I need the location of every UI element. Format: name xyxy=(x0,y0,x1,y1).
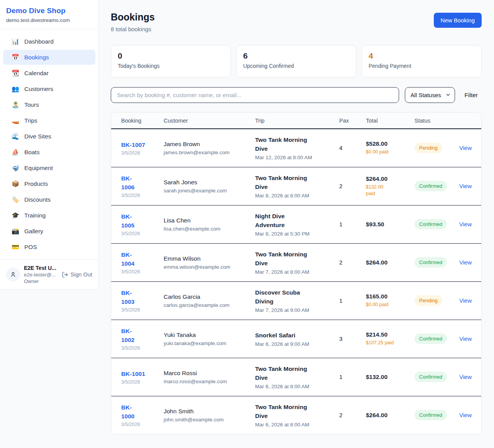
sidebar-item-discounts[interactable]: 🏷️Discounts xyxy=(3,192,95,207)
action-cell: View xyxy=(455,320,481,358)
trip-cell: Two Tank Morning DiveMar 8, 2026 at 8:00… xyxy=(250,167,335,205)
sidebar-item-products[interactable]: 📦Products xyxy=(3,176,95,191)
sidebar-item-label: Dashboard xyxy=(24,38,54,45)
trip-datetime: Mar 7, 2026 at 8:00 AM xyxy=(255,269,330,275)
diving-mask-icon: 🤿 xyxy=(12,164,19,172)
page-subtitle: 8 total bookings xyxy=(111,26,155,32)
paid-amount: $107.25 paid xyxy=(366,340,405,346)
brand-name: Demo Dive Shop xyxy=(6,7,92,15)
search-input[interactable] xyxy=(111,87,399,103)
table-row: BK-10053/5/2026Lisa Chenlisa.chen@exampl… xyxy=(111,205,481,243)
customer-name: Carlos Garcia xyxy=(164,293,246,300)
booking-id-link[interactable]: BK-1006 xyxy=(121,174,137,192)
sailboat-icon: ⛵ xyxy=(12,148,19,156)
sidebar-item-pos[interactable]: 💳POS xyxy=(3,239,95,254)
view-link[interactable]: View xyxy=(459,221,472,227)
sidebar-item-bookings[interactable]: 📅Bookings xyxy=(3,50,95,65)
trip-datetime: Mar 12, 2026 at 8:00 AM xyxy=(255,155,330,160)
view-link[interactable]: View xyxy=(459,183,472,189)
action-cell: View xyxy=(455,243,481,281)
trip-cell: Snorkel SafariMar 6, 2026 at 9:00 AM xyxy=(250,320,335,358)
customer-email: marco.rossi@example.com xyxy=(164,379,246,384)
sidebar-item-trips[interactable]: 🚤Trips xyxy=(3,113,95,128)
booking-id-link[interactable]: BK-1000 xyxy=(121,403,137,421)
status-cell: Pending xyxy=(410,129,455,167)
user-name: E2E Test U... xyxy=(24,265,58,271)
booking-date: 3/5/2026 xyxy=(121,379,154,385)
status-badge: Confirmed xyxy=(414,181,447,191)
sidebar-item-training[interactable]: 🎓Training xyxy=(3,208,95,223)
sidebar-item-label: Training xyxy=(24,212,46,219)
trip-name: Two Tank Morning Dive xyxy=(255,173,314,191)
sidebar-item-dive-sites[interactable]: 🌊Dive Sites xyxy=(3,129,95,144)
view-link[interactable]: View xyxy=(459,259,472,266)
sidebar-item-customers[interactable]: 👥Customers xyxy=(3,81,95,96)
graduation-cap-icon: 🎓 xyxy=(12,212,19,219)
sign-out-button[interactable]: Sign Out xyxy=(62,271,92,278)
status-badge: Confirmed xyxy=(414,257,447,268)
customer-cell: Yuki Tanakayuki.tanaka@example.com xyxy=(159,320,250,358)
column-header: Booking xyxy=(111,113,159,129)
customer-name: Lisa Chen xyxy=(164,217,246,224)
view-link[interactable]: View xyxy=(459,412,472,418)
total-cell: $165.00$0.00 paid xyxy=(361,281,410,320)
table-row: BK-10073/5/2026James Brownjames.brown@ex… xyxy=(111,129,481,167)
paid-amount: $132.00 paid xyxy=(366,184,390,197)
new-booking-button[interactable]: New Booking xyxy=(434,13,482,28)
pax-cell: 2 xyxy=(335,243,361,281)
status-cell: Pending xyxy=(410,281,455,320)
sidebar-item-equipment[interactable]: 🤿Equipment xyxy=(3,160,95,175)
logout-icon xyxy=(62,271,68,278)
sidebar-item-tours[interactable]: 🏝️Tours xyxy=(3,97,95,112)
total-amount: $264.00 xyxy=(366,175,405,182)
pax-cell: 2 xyxy=(335,396,361,434)
brand-block: Demo Dive Shop demo.test.divestreams.com xyxy=(0,0,98,29)
sidebar-item-dashboard[interactable]: 📊Dashboard xyxy=(3,34,95,49)
tear-off-calendar-icon: 📆 xyxy=(12,69,19,77)
booking-cell: BK-10063/5/2026 xyxy=(111,167,159,205)
customer-name: Sarah Jones xyxy=(164,179,246,186)
trip-datetime: Mar 8, 2026 at 8:00 AM xyxy=(255,193,330,199)
customer-cell: James Brownjames.brown@example.com xyxy=(159,129,250,167)
trip-name: Two Tank Morning Dive xyxy=(255,135,314,153)
view-link[interactable]: View xyxy=(459,335,472,342)
customer-email: emma.wilson@example.com xyxy=(164,264,246,270)
booking-id-link[interactable]: BK-1005 xyxy=(121,212,137,230)
booking-cell: BK-10023/5/2026 xyxy=(111,320,159,358)
total-cell: $264.00 xyxy=(361,396,410,434)
filter-button[interactable]: Filter xyxy=(461,89,482,101)
total-cell: $528.00$0.00 paid xyxy=(361,129,410,167)
trip-cell: Two Tank Morning DiveMar 6, 2026 at 8:00… xyxy=(250,358,335,396)
booking-id-link[interactable]: BK-1007 xyxy=(121,141,145,148)
view-link[interactable]: View xyxy=(459,297,472,304)
status-select-wrap: All Statuses xyxy=(405,87,455,103)
stats-row: 0Today's Bookings6Upcoming Confirmed4Pen… xyxy=(111,45,482,77)
booking-id-link[interactable]: BK-1003 xyxy=(121,288,137,306)
total-amount: $132.00 xyxy=(366,374,405,381)
booking-date: 3/5/2026 xyxy=(121,307,154,313)
sidebar-item-calendar[interactable]: 📆Calendar xyxy=(3,66,95,81)
sidebar-item-label: POS xyxy=(24,244,37,251)
sidebar-item-boats[interactable]: ⛵Boats xyxy=(3,145,95,160)
booking-cell: BK-10033/5/2026 xyxy=(111,281,159,320)
booking-date: 3/5/2026 xyxy=(121,345,154,351)
table-header-row: BookingCustomerTripPaxTotalStatus xyxy=(111,113,481,129)
status-badge: Confirmed xyxy=(414,372,447,382)
user-role: Owner xyxy=(24,278,58,284)
status-cell: Confirmed xyxy=(410,167,455,205)
sidebar-item-gallery[interactable]: 📸Gallery xyxy=(3,224,95,239)
booking-cell: BK-10053/5/2026 xyxy=(111,205,159,243)
pax-cell: 1 xyxy=(335,281,361,320)
column-header: Pax xyxy=(335,113,361,129)
page-title-block: Bookings 8 total bookings xyxy=(111,12,155,32)
view-link[interactable]: View xyxy=(459,145,472,151)
trip-datetime: Mar 6, 2026 at 9:00 AM xyxy=(255,341,330,347)
customer-cell: Sarah Jonessarah.jones@example.com xyxy=(159,167,250,205)
page-header: Bookings 8 total bookings New Booking xyxy=(111,12,482,32)
booking-id-link[interactable]: BK-1002 xyxy=(121,327,137,344)
stat-label: Today's Bookings xyxy=(118,63,224,69)
view-link[interactable]: View xyxy=(459,374,472,380)
booking-id-link[interactable]: BK-1004 xyxy=(121,250,137,268)
booking-id-link[interactable]: BK-1001 xyxy=(121,371,145,377)
status-select[interactable]: All Statuses xyxy=(405,87,455,103)
